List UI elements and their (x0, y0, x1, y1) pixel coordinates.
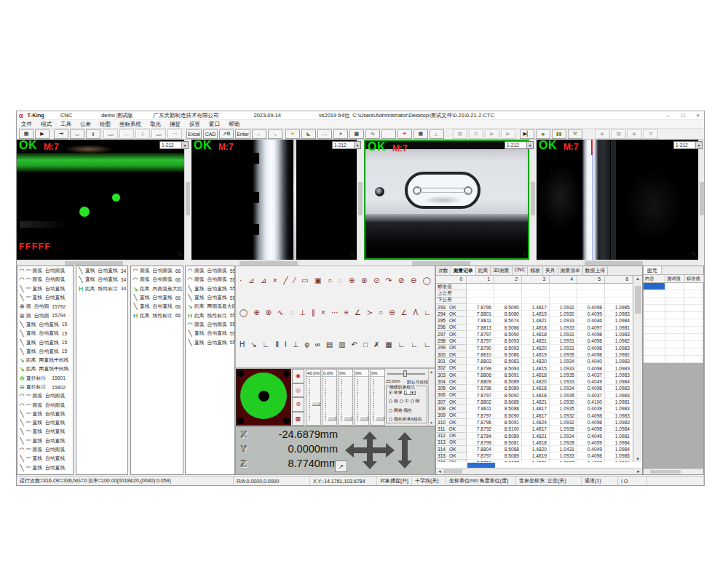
tool-icon[interactable]: ∿ (277, 309, 283, 316)
radio-absorb[interactable] (389, 391, 392, 394)
toolbar-button[interactable]: ⌖ (333, 129, 348, 139)
radio-mid[interactable] (400, 399, 403, 403)
toolbar-button[interactable]: Enter (235, 129, 250, 139)
list-item[interactable]: ↘距离内圆弧最大距 (131, 284, 183, 293)
toolbar-button[interactable]: ← (252, 129, 266, 139)
tool-icon[interactable]: ∠ (401, 309, 408, 316)
toolbar-button[interactable]: ✳ (397, 129, 412, 139)
toolbar-button[interactable]: ▶ (35, 129, 50, 139)
list-item[interactable]: ╲直线自动直线15 (17, 338, 73, 346)
tool-icon[interactable]: Ⅱ (275, 341, 279, 348)
elements-row[interactable] (644, 348, 703, 356)
camera-zoom-dropdown[interactable]: 1-212▼ (673, 141, 703, 149)
camera-corner-icon[interactable]: ✎ (522, 251, 528, 258)
table-row[interactable]: 305OK7.87968.50891.48181.09340.40981.098… (436, 385, 634, 391)
elements-row[interactable] (644, 283, 703, 290)
table-row[interactable]: 312OK7.87848.50891.48211.09340.40491.098… (436, 433, 634, 439)
list-item[interactable]: ╲***直线自动直线 (17, 427, 73, 436)
table-row[interactable]: 下公差 (436, 298, 634, 304)
elements-hscrollbar[interactable] (644, 469, 703, 474)
table-row[interactable]: 306OK7.87978.50921.48181.09350.40371.098… (436, 392, 634, 399)
ring-button-1[interactable]: ◉ (292, 369, 304, 383)
table-tab[interactable]: 距离 (476, 266, 491, 275)
light-slider-5[interactable]: 0% (370, 369, 385, 426)
toolbar-button[interactable]: ✦ (285, 129, 300, 139)
tool-icon[interactable]: ○ (328, 277, 332, 284)
tool-icon[interactable]: ∟ (262, 341, 269, 348)
tool-icon[interactable]: ⊖ (389, 309, 395, 316)
camera-vscrollbar[interactable] (184, 140, 190, 260)
tool-icon[interactable]: ⊖ (411, 277, 416, 284)
elements-row[interactable] (644, 341, 703, 348)
list-item[interactable]: ◠圆弧自动圆弧55 (186, 275, 234, 284)
tool-icon[interactable]: Λ (414, 309, 419, 316)
table-row[interactable]: 310OK7.87968.50911.48241.09320.40981.098… (436, 419, 634, 426)
table-tab[interactable]: CNC (513, 266, 529, 275)
toolbar-button[interactable]: - - (317, 129, 332, 139)
table-tab[interactable]: 测量清单 (558, 266, 583, 275)
list-item[interactable]: ╲直线自动直线15 (17, 347, 73, 356)
list-item[interactable]: ╲直线自动直线55 (186, 293, 234, 302)
radio-grid-color[interactable] (389, 409, 392, 412)
table-row[interactable]: 296OK7.88138.50861.48181.09330.40971.098… (436, 324, 634, 331)
tool-icon[interactable]: ✗ (373, 341, 379, 348)
tool-icon[interactable]: ◯ (423, 277, 431, 284)
list-item[interactable]: ╲***直线自动直线 (17, 410, 73, 418)
list-item[interactable]: ╲***直线自动直线 (17, 284, 73, 293)
list-item[interactable]: ⊕圆自动圆15794 (17, 311, 73, 319)
tool-icon[interactable]: ⊘ (398, 277, 404, 284)
list-item[interactable]: ◠***圆弧自动圆弧 (17, 391, 73, 400)
tool-icon[interactable]: ⊿ (261, 277, 266, 284)
table-row[interactable]: 299OK7.87908.50931.48201.09310.40981.098… (436, 345, 634, 351)
tool-icon[interactable]: ╱ (283, 277, 288, 284)
ring-light-indicator[interactable] (236, 369, 291, 426)
close-button[interactable]: × (696, 112, 700, 119)
table-row[interactable]: 314OK7.88048.50881.48201.04310.40491.098… (436, 446, 634, 453)
tool-icon[interactable]: ⁄ (294, 277, 296, 284)
elements-row[interactable] (644, 334, 703, 341)
table-row[interactable]: 301OK7.88038.50831.48201.09340.40401.098… (436, 358, 634, 364)
menu-item[interactable]: 模式 (36, 121, 56, 128)
radio-fine[interactable] (411, 399, 414, 403)
table-row[interactable]: 304OK7.88098.50891.48201.09330.40491.098… (436, 378, 634, 385)
menu-item[interactable]: 绘图 (95, 121, 115, 128)
table-row[interactable]: 315OK7.87978.50891.48191.09330.40981.098… (436, 453, 634, 459)
camera-corner-icon[interactable]: ✎ (177, 251, 183, 258)
toolbar-button[interactable]: ▶▏ (520, 129, 534, 139)
elements-row[interactable] (644, 327, 703, 334)
table-tab[interactable]: 数据上传 (583, 266, 608, 275)
table-vscrollbar[interactable]: ▲▼ (633, 276, 642, 462)
toolbar-button[interactable]: ▦ (19, 129, 33, 139)
tool-icon[interactable]: □ (363, 341, 368, 348)
tool-icon[interactable]: ≡ (344, 309, 349, 316)
tool-icon[interactable]: ▦ (385, 341, 392, 348)
tool-icon[interactable]: × (321, 309, 325, 316)
ring-button-2[interactable]: ◎ (292, 383, 304, 398)
elements-row[interactable] (644, 305, 703, 312)
camera-corner-icon[interactable]: ✎ (691, 251, 697, 258)
tool-icon[interactable]: ⊥ (299, 309, 306, 316)
master-slider-handle[interactable] (403, 370, 407, 377)
list-item[interactable]: H距离线性标注34 (76, 284, 127, 293)
list-item[interactable]: ╲***直线自动直线 (17, 454, 73, 463)
light-slider-4[interactable]: 0% (354, 369, 369, 426)
ring-light-center[interactable] (258, 391, 269, 402)
table-row[interactable]: 294OK7.88018.50801.48191.09300.40991.098… (436, 311, 634, 317)
table-row[interactable]: 302OK7.87998.50931.48151.09330.40981.098… (436, 365, 634, 372)
table-tab[interactable]: 测量记录 (451, 266, 476, 275)
toolbar-button[interactable]: ◣ (301, 129, 316, 139)
camera-corner-icon[interactable]: ✎ (349, 251, 355, 258)
camera-image-4[interactable]: OKM:7 (537, 140, 698, 260)
toolbar-button[interactable]: ⚒ (568, 129, 582, 139)
tool-icon[interactable]: ∠ (355, 309, 361, 316)
menu-item[interactable]: 捕捉 (165, 121, 185, 128)
tool-icon[interactable]: ◯ (240, 309, 248, 316)
angle-move-button[interactable]: ↗ (335, 461, 347, 472)
camera-image-1[interactable]: OKM:7FFFFF (17, 140, 184, 260)
camera-zoom-dropdown[interactable]: 1-212▼ (159, 141, 189, 149)
tool-icon[interactable]: ⊕ (253, 309, 259, 316)
list-item[interactable]: ╲直线自动直线34 (76, 266, 127, 275)
light-slider-1[interactable]: 40.0% (306, 369, 321, 426)
menu-item[interactable]: 公差 (76, 121, 95, 128)
tool-icon[interactable]: ↷ (386, 277, 392, 284)
